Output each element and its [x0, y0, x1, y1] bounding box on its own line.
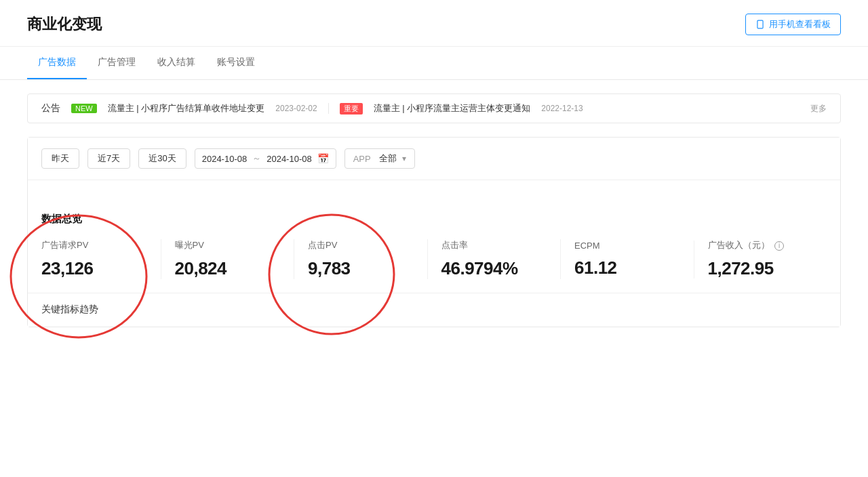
- stat-value-ad-request: 23,126: [41, 258, 147, 279]
- mobile-btn-label: 用手机查看看板: [769, 18, 831, 30]
- stat-label-exposure: 曝光PV: [175, 239, 281, 251]
- stat-value-ecpm: 61.12: [574, 257, 680, 278]
- announcement-bar: 公告 NEW 流量主 | 小程序广告结算单收件地址变更 2023-02-02 重…: [27, 94, 841, 123]
- tab-ad-data[interactable]: 广告数据: [27, 47, 87, 79]
- filter-bar: 昨天 近7天 近30天 2024-10-08 ～ 2024-10-08 📅 AP…: [28, 138, 840, 180]
- stat-ctr: 点击率 46.9794%: [428, 239, 561, 279]
- ann-text-0: 流量主 | 小程序广告结算单收件地址变更: [108, 102, 265, 115]
- stat-value-click: 9,783: [308, 258, 414, 279]
- ann-badge-new: NEW: [71, 104, 97, 113]
- page-wrapper: 商业化变现 用手机查看看板 广告数据 广告管理 收入结算 账号设置 公告 NEW: [0, 0, 868, 477]
- stats-title: 数据总览: [41, 213, 827, 226]
- app-filter-value: 全部: [379, 152, 397, 165]
- stats-grid: 广告请求PV 23,126 曝光PV 20,824 点击PV: [41, 239, 827, 279]
- ann-separator: [328, 103, 329, 114]
- stat-value-exposure: 20,824: [175, 258, 281, 279]
- app-filter-dropdown[interactable]: APP 全部 ▾: [344, 148, 415, 169]
- stat-label-click: 点击PV: [308, 239, 414, 251]
- trend-section: 关键指标趋势: [28, 293, 840, 327]
- stat-label-ctr: 点击率: [441, 239, 547, 251]
- ann-text-1: 流量主 | 小程序流量主运营主体变更通知: [374, 102, 531, 115]
- stat-exposure: 曝光PV 20,824: [161, 239, 295, 279]
- info-icon[interactable]: i: [774, 241, 784, 251]
- date-end: 2024-10-08: [267, 154, 312, 164]
- stat-label-ad-request: 广告请求PV: [41, 239, 147, 251]
- stat-click: 点击PV 9,783: [294, 239, 428, 279]
- ann-label: 公告: [41, 102, 60, 115]
- page-title: 商业化变现: [27, 14, 102, 35]
- stat-ecpm: ECPM 61.12: [561, 241, 694, 278]
- phone-icon: [755, 20, 765, 29]
- app-filter-prefix: APP: [353, 154, 371, 164]
- stat-value-income: 1,272.95: [708, 258, 814, 279]
- main-card: 昨天 近7天 近30天 2024-10-08 ～ 2024-10-08 📅 AP…: [27, 137, 841, 327]
- ann-date-1: 2022-12-13: [541, 104, 583, 113]
- ann-more[interactable]: 更多: [810, 103, 827, 115]
- tab-bar: 广告数据 广告管理 收入结算 账号设置: [0, 47, 868, 80]
- mobile-view-button[interactable]: 用手机查看看板: [745, 14, 841, 35]
- tab-ad-manage[interactable]: 广告管理: [87, 47, 146, 79]
- stats-section: 数据总览 广告请求PV 23,126 曝光PV 20,824: [28, 196, 840, 293]
- calendar-icon: 📅: [317, 153, 329, 164]
- tab-account[interactable]: 账号设置: [206, 47, 266, 79]
- content-area: 公告 NEW 流量主 | 小程序广告结算单收件地址变更 2023-02-02 重…: [0, 80, 868, 341]
- date-separator: ～: [252, 152, 261, 165]
- date-range-picker[interactable]: 2024-10-08 ～ 2024-10-08 📅: [195, 148, 336, 169]
- stat-value-ctr: 46.9794%: [441, 258, 547, 279]
- stat-income: 广告收入（元） i 1,272.95: [694, 239, 827, 279]
- stat-label-ecpm: ECPM: [574, 241, 680, 251]
- header: 商业化变现 用手机查看看板: [0, 0, 868, 47]
- ann-badge-important: 重要: [340, 103, 363, 115]
- date-start: 2024-10-08: [202, 154, 248, 164]
- filter-30days[interactable]: 近30天: [138, 148, 186, 169]
- filter-yesterday[interactable]: 昨天: [41, 148, 79, 169]
- stat-ad-request: 广告请求PV 23,126: [41, 239, 161, 279]
- filter-7days[interactable]: 近7天: [87, 148, 130, 169]
- tab-income[interactable]: 收入结算: [146, 47, 206, 79]
- ann-date-0: 2023-02-02: [275, 104, 317, 113]
- stat-label-income: 广告收入（元） i: [708, 239, 814, 251]
- trend-title: 关键指标趋势: [41, 304, 827, 316]
- chevron-down-icon: ▾: [402, 154, 406, 163]
